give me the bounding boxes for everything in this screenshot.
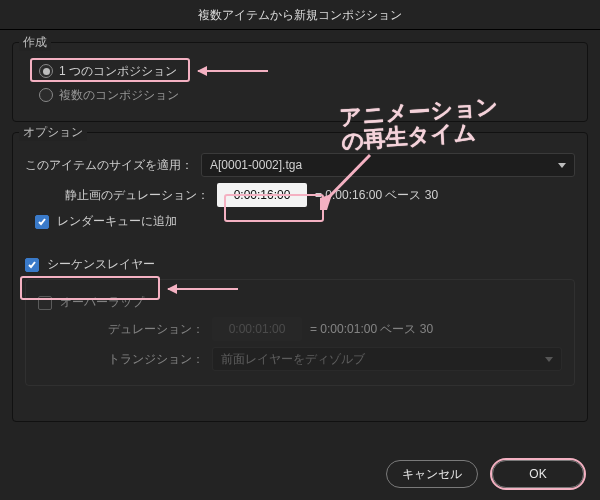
still-duration-equals: = 0:00:16:00 ベース 30 xyxy=(315,187,438,204)
overlap-duration-equals: = 0:00:01:00 ベース 30 xyxy=(310,321,433,338)
add-render-queue-checkbox[interactable] xyxy=(35,215,49,229)
create-section: 作成 1 つのコンポジション 複数のコンポジション xyxy=(12,42,588,122)
still-duration-label: 静止画のデュレーション： xyxy=(65,187,209,204)
sequence-layers-label: シーケンスレイヤー xyxy=(47,256,155,273)
overlap-duration-label: デュレーション： xyxy=(108,321,204,338)
create-section-title: 作成 xyxy=(19,34,51,51)
single-composition-label: 1 つのコンポジション xyxy=(59,63,177,80)
radio-icon xyxy=(39,64,53,78)
overlap-checkbox[interactable] xyxy=(38,296,52,310)
transition-select: 前面レイヤーをディゾルブ xyxy=(212,347,562,371)
options-section: オプション このアイテムのサイズを適用： A[0001-0002].tga 静止… xyxy=(12,132,588,422)
chevron-down-icon xyxy=(545,357,553,362)
still-duration-input[interactable] xyxy=(217,183,307,207)
multiple-composition-label: 複数のコンポジション xyxy=(59,87,179,104)
cancel-button[interactable]: キャンセル xyxy=(386,460,478,488)
dialog-title: 複数アイテムから新規コンポジション xyxy=(0,0,600,30)
transition-value: 前面レイヤーをディゾルブ xyxy=(221,351,365,368)
add-render-queue-label: レンダーキューに追加 xyxy=(57,213,177,230)
ok-button[interactable]: OK xyxy=(492,460,584,488)
overlap-duration-input xyxy=(212,317,302,341)
apply-size-label: このアイテムのサイズを適用： xyxy=(25,157,193,174)
sequence-subpanel: オーバーラップ デュレーション： = 0:00:01:00 ベース 30 トラン… xyxy=(25,279,575,386)
apply-size-value: A[0001-0002].tga xyxy=(210,158,302,172)
overlap-label: オーバーラップ xyxy=(60,294,144,311)
multiple-composition-radio[interactable]: 複数のコンポジション xyxy=(35,83,575,107)
transition-label: トランジション： xyxy=(108,351,204,368)
sequence-layers-checkbox[interactable] xyxy=(25,258,39,272)
dialog-footer: キャンセル OK xyxy=(386,460,584,488)
chevron-down-icon xyxy=(558,163,566,168)
apply-size-select[interactable]: A[0001-0002].tga xyxy=(201,153,575,177)
single-composition-radio[interactable]: 1 つのコンポジション xyxy=(35,59,575,83)
options-section-title: オプション xyxy=(19,124,87,141)
radio-icon xyxy=(39,88,53,102)
